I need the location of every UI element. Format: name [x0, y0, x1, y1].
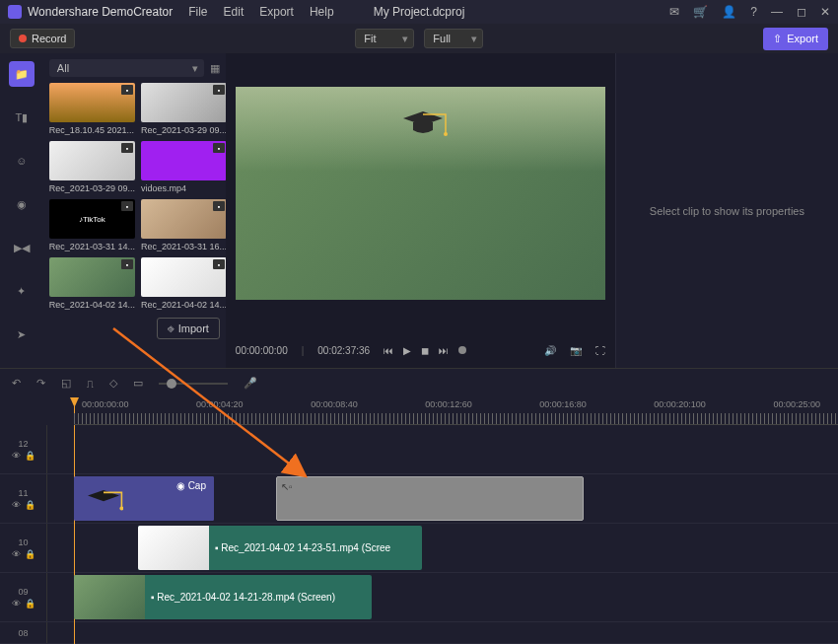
- close-icon[interactable]: ✕: [820, 5, 830, 19]
- stop-icon[interactable]: ◼: [421, 345, 429, 356]
- minimize-icon[interactable]: —: [771, 5, 783, 19]
- globe-tab[interactable]: ◉: [9, 191, 35, 217]
- track-body[interactable]: ◉Cap ↖▫: [47, 474, 838, 523]
- app-title: Wondershare DemoCreator: [28, 5, 173, 19]
- track-body[interactable]: [47, 425, 838, 473]
- media-item[interactable]: ▪ Rec_2021-03-31 16...: [141, 199, 227, 251]
- media-item[interactable]: ♪TikTok▪ Rec_2021-03-31 14...: [49, 199, 135, 251]
- side-tabs: 📁 T▮ ☺ ◉ ▶◀ ✦ ➤: [0, 53, 43, 368]
- effects-tab[interactable]: ✦: [9, 278, 35, 304]
- snapshot-icon[interactable]: 📷: [570, 345, 582, 356]
- upload-icon: ⇧: [773, 33, 782, 45]
- user-icon[interactable]: 👤: [722, 5, 736, 19]
- main-menu: File Edit Export Help: [188, 5, 333, 19]
- grid-view-icon[interactable]: ▦: [210, 62, 220, 75]
- import-icon: ⎆: [168, 322, 175, 334]
- progress-marker[interactable]: [458, 346, 466, 354]
- menu-help[interactable]: Help: [310, 5, 334, 19]
- preview-canvas[interactable]: [236, 87, 605, 300]
- app-logo-icon: [8, 5, 22, 19]
- mic-icon[interactable]: 🎤: [244, 377, 257, 390]
- track-body[interactable]: [47, 622, 838, 643]
- help-icon[interactable]: ?: [750, 5, 757, 19]
- track-10: 10👁🔒 ▪ Rec_2021-04-02 14-23-51.mp4 (Scre…: [0, 524, 838, 573]
- lock-icon[interactable]: 🔒: [25, 549, 35, 559]
- visibility-icon[interactable]: 👁: [12, 599, 21, 608]
- stickers-tab[interactable]: ☺: [9, 148, 35, 174]
- redo-icon[interactable]: ↷: [36, 377, 45, 390]
- clip-video-1[interactable]: ▪ Rec_2021-04-02 14-21-28.mp4 (Screen): [74, 575, 372, 619]
- split-icon[interactable]: ⎍: [87, 378, 94, 390]
- next-frame-icon[interactable]: ⏭: [439, 345, 449, 356]
- media-item[interactable]: ▪ vidoes.mp4: [141, 141, 227, 193]
- transitions-tab[interactable]: ▶◀: [9, 235, 35, 260]
- time-ruler[interactable]: 00:00:00:00 00:00:04:20 00:00:08:40 00:0…: [0, 397, 838, 425]
- mail-icon[interactable]: ✉: [669, 5, 679, 19]
- clip-video-2[interactable]: ▪ Rec_2021-04-02 14-23-51.mp4 (Scree: [138, 526, 422, 570]
- video-badge-icon: ▪: [213, 259, 225, 269]
- menu-edit[interactable]: Edit: [224, 5, 244, 19]
- video-badge-icon: ▪: [213, 85, 225, 95]
- maximize-icon[interactable]: ◻: [797, 5, 806, 19]
- preview-panel: 00:00:00:00 | 00:02:37:36 ⏮ ▶ ◼ ⏭ 🔊 📷 ⛶: [226, 53, 615, 368]
- track-12: 12👁🔒: [0, 425, 838, 474]
- media-filter-dropdown[interactable]: All: [49, 59, 204, 77]
- svg-point-0: [444, 132, 448, 136]
- track-11: 11👁🔒 ◉Cap ↖▫: [0, 474, 838, 524]
- lock-icon[interactable]: 🔒: [25, 500, 35, 510]
- cart-icon[interactable]: 🛒: [693, 5, 708, 19]
- menu-file[interactable]: File: [188, 5, 207, 19]
- title-bar: Wondershare DemoCreator File Edit Export…: [0, 0, 838, 24]
- svg-point-1: [119, 506, 123, 510]
- track-body[interactable]: ▪ Rec_2021-04-02 14-21-28.mp4 (Screen): [47, 573, 838, 621]
- media-panel: All ▦ ▪ Rec_18.10.45 2021... ▪ Rec_2021-…: [43, 53, 226, 368]
- media-tab[interactable]: 📁: [9, 61, 35, 87]
- cursor-tab[interactable]: ➤: [9, 322, 35, 347]
- crop-icon[interactable]: ◱: [61, 377, 71, 390]
- record-button[interactable]: Record: [10, 29, 75, 48]
- video-badge-icon: ▪: [121, 85, 133, 95]
- media-item[interactable]: ▪ Rec_2021-03-29 09...: [141, 83, 227, 135]
- text-tab[interactable]: T▮: [9, 105, 35, 130]
- prev-frame-icon[interactable]: ⏮: [384, 345, 393, 356]
- volume-icon[interactable]: 🔊: [544, 345, 556, 356]
- media-item[interactable]: ▪ Rec_2021-04-02 14...: [49, 257, 135, 310]
- import-button[interactable]: ⎆ Import: [157, 318, 220, 339]
- fit-dropdown[interactable]: Fit: [355, 29, 414, 48]
- track-body[interactable]: ▪ Rec_2021-04-02 14-23-51.mp4 (Scree: [47, 524, 838, 572]
- full-dropdown[interactable]: Full: [424, 29, 483, 48]
- menu-export[interactable]: Export: [259, 5, 294, 19]
- clip-type-icon: ◉: [176, 480, 185, 491]
- track-09: 09👁🔒 ▪ Rec_2021-04-02 14-21-28.mp4 (Scre…: [0, 573, 838, 622]
- visibility-icon[interactable]: 👁: [12, 549, 21, 559]
- clip-drop-target[interactable]: ↖▫: [276, 476, 584, 521]
- play-icon[interactable]: ▶: [403, 345, 411, 356]
- lock-icon[interactable]: 🔒: [25, 599, 35, 608]
- visibility-icon[interactable]: 👁: [12, 500, 21, 510]
- time-total: 00:02:37:36: [317, 345, 370, 356]
- properties-empty-text: Select clip to show its properties: [650, 205, 804, 217]
- video-badge-icon: ▪: [213, 143, 225, 153]
- media-item[interactable]: ▪ Rec_2021-04-02 14...: [141, 257, 227, 310]
- zoom-slider[interactable]: [159, 383, 228, 385]
- clip-cap[interactable]: ◉Cap: [74, 476, 214, 521]
- lock-icon[interactable]: 🔒: [25, 451, 35, 461]
- export-button[interactable]: ⇧ Export: [763, 28, 828, 50]
- top-toolbar: Record Fit Full ⇧ Export: [0, 24, 838, 53]
- visibility-icon[interactable]: 👁: [12, 451, 21, 461]
- media-item[interactable]: ▪ Rec_2021-03-29 09...: [49, 141, 135, 193]
- record-dot-icon: [19, 35, 27, 42]
- media-item[interactable]: ▪ Rec_18.10.45 2021...: [49, 83, 135, 135]
- undo-icon[interactable]: ↶: [12, 377, 21, 390]
- project-filename: My Project.dcproj: [374, 5, 465, 19]
- timeline: 00:00:00:00 00:00:04:20 00:00:08:40 00:0…: [0, 397, 838, 644]
- fullscreen-icon[interactable]: ⛶: [595, 345, 605, 356]
- timeline-toolbar: ↶ ↷ ◱ ⎍ ◇ ▭ 🎤: [0, 368, 838, 397]
- video-icon: ▪: [151, 592, 155, 603]
- record-label: Record: [32, 33, 66, 44]
- export-label: Export: [787, 33, 818, 44]
- caption-icon[interactable]: ▭: [133, 377, 143, 390]
- track-08: 08: [0, 622, 838, 644]
- marker-icon[interactable]: ◇: [109, 377, 117, 390]
- preview-controls: 00:00:00:00 | 00:02:37:36 ⏮ ▶ ◼ ⏭ 🔊 📷 ⛶: [226, 332, 615, 368]
